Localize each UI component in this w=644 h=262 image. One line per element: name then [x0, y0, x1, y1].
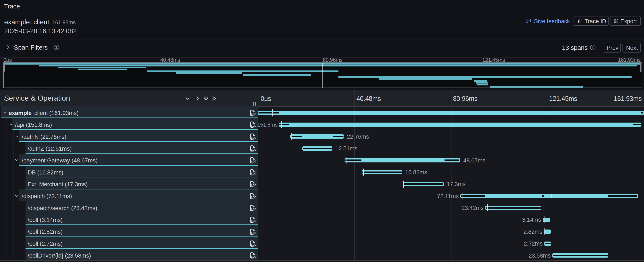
- svg-text:LOG: LOG: [251, 255, 256, 258]
- svg-text:LOG: LOG: [251, 148, 256, 151]
- svg-text:LOG: LOG: [251, 113, 256, 116]
- svg-text:LOG: LOG: [251, 244, 256, 246]
- svg-text:LOG: LOG: [251, 220, 256, 222]
- svg-text:LOG: LOG: [251, 196, 256, 199]
- svg-text:LOG: LOG: [251, 208, 256, 210]
- svg-text:LOG: LOG: [251, 184, 256, 187]
- svg-text:LOG: LOG: [251, 136, 256, 139]
- svg-text:LOG: LOG: [251, 232, 256, 234]
- svg-text:LOG: LOG: [251, 172, 256, 175]
- svg-text:LOG: LOG: [251, 160, 256, 163]
